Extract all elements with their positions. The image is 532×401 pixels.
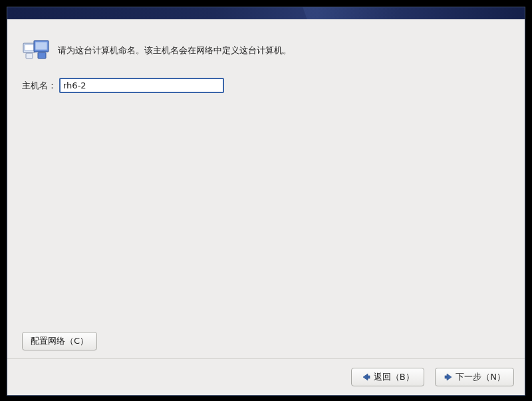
- hostname-label: 主机名：: [22, 80, 57, 92]
- spacer: [22, 93, 510, 332]
- svg-rect-2: [26, 53, 33, 59]
- content-area: 请为这台计算机命名。该主机名会在网络中定义这台计算机。 主机名： 配置网络（C）: [7, 19, 525, 358]
- next-label: 下一步（N）: [456, 371, 505, 383]
- intro-row: 请为这台计算机命名。该主机名会在网络中定义这台计算机。: [22, 39, 510, 62]
- arrow-right-icon: [444, 372, 453, 382]
- next-button[interactable]: 下一步（N）: [435, 368, 514, 386]
- svg-rect-4: [35, 42, 47, 50]
- configure-network-label: 配置网络（C）: [31, 335, 88, 347]
- svg-marker-9: [447, 374, 452, 380]
- computers-icon: [22, 39, 51, 62]
- svg-rect-7: [367, 376, 370, 378]
- footer-bar: 返回（B） 下一步（N）: [7, 358, 525, 395]
- installer-window: 请为这台计算机命名。该主机名会在网络中定义这台计算机。 主机名： 配置网络（C）…: [7, 7, 525, 396]
- back-label: 返回（B）: [374, 371, 414, 383]
- svg-rect-5: [38, 53, 46, 59]
- intro-text: 请为这台计算机命名。该主机名会在网络中定义这台计算机。: [58, 45, 291, 57]
- arrow-left-icon: [362, 372, 371, 382]
- back-button[interactable]: 返回（B）: [351, 368, 424, 386]
- hostname-row: 主机名：: [22, 78, 510, 93]
- hostname-input[interactable]: [59, 78, 224, 93]
- config-network-row: 配置网络（C）: [22, 332, 510, 350]
- configure-network-button[interactable]: 配置网络（C）: [22, 332, 97, 350]
- svg-rect-1: [25, 45, 34, 51]
- header-banner: [7, 7, 525, 19]
